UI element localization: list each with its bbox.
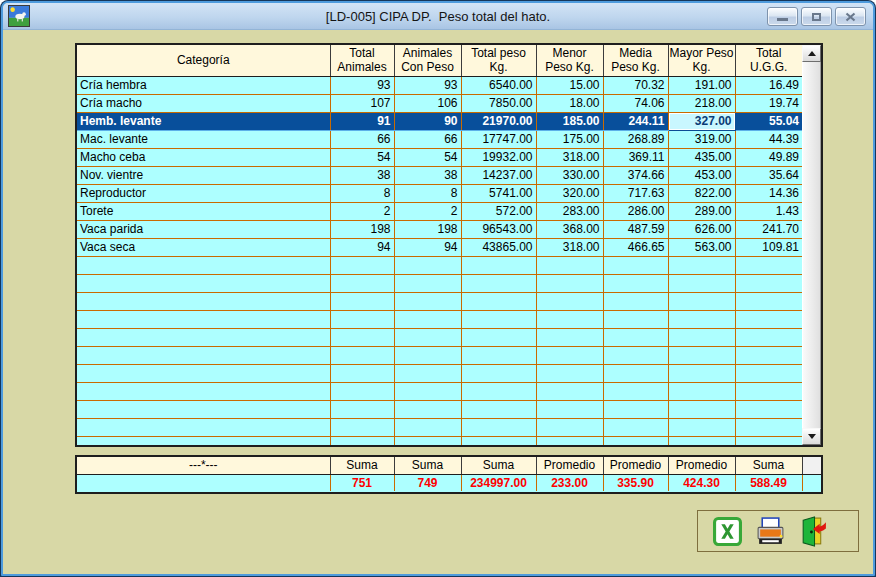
value-cell[interactable]: 320.00 — [536, 184, 603, 202]
value-cell[interactable]: 626.00 — [668, 220, 735, 238]
value-cell[interactable]: 318.00 — [536, 148, 603, 166]
value-cell[interactable]: 453.00 — [668, 166, 735, 184]
value-cell[interactable]: 289.00 — [668, 202, 735, 220]
category-cell[interactable]: Vaca parida — [77, 220, 330, 238]
category-cell[interactable]: Mac. levante — [77, 130, 330, 148]
table-row[interactable]: Macho ceba545419932.00318.00369.11435.00… — [77, 148, 802, 166]
table-row[interactable]: Cría macho1071067850.0018.0074.06218.001… — [77, 94, 802, 112]
value-cell[interactable]: 15.00 — [536, 76, 603, 94]
value-cell[interactable]: 185.00 — [536, 112, 603, 130]
value-cell[interactable]: 198 — [330, 220, 394, 238]
scrollbar-track[interactable] — [802, 62, 821, 428]
value-cell[interactable]: 90 — [394, 112, 461, 130]
value-cell[interactable]: 330.00 — [536, 166, 603, 184]
value-cell[interactable]: 74.06 — [603, 94, 668, 112]
value-cell[interactable]: 55.04 — [735, 112, 802, 130]
table-row[interactable]: Mac. levante666617747.00175.00268.89319.… — [77, 130, 802, 148]
titlebar[interactable]: [LD-005] CIPA DP. Peso total del hato. — [3, 3, 873, 30]
scroll-up-button[interactable] — [802, 45, 821, 62]
value-cell[interactable]: 91 — [330, 112, 394, 130]
category-cell[interactable]: Cría macho — [77, 94, 330, 112]
value-cell[interactable]: 8 — [394, 184, 461, 202]
value-cell[interactable]: 6540.00 — [461, 76, 536, 94]
value-cell[interactable]: 109.81 — [735, 238, 802, 256]
value-cell[interactable]: 43865.00 — [461, 238, 536, 256]
value-cell[interactable]: 107 — [330, 94, 394, 112]
vertical-scrollbar[interactable] — [802, 45, 821, 445]
value-cell[interactable]: 96543.00 — [461, 220, 536, 238]
value-cell[interactable]: 241.70 — [735, 220, 802, 238]
value-cell[interactable]: 2 — [394, 202, 461, 220]
category-cell[interactable]: Nov. vientre — [77, 166, 330, 184]
value-cell[interactable]: 19.74 — [735, 94, 802, 112]
value-cell[interactable]: 38 — [330, 166, 394, 184]
scroll-down-button[interactable] — [802, 428, 821, 445]
value-cell[interactable]: 19932.00 — [461, 148, 536, 166]
value-cell[interactable]: 1.43 — [735, 202, 802, 220]
minimize-button[interactable] — [767, 7, 798, 26]
table-row[interactable]: Reproductor885741.00320.00717.63822.0014… — [77, 184, 802, 202]
table-row[interactable]: Torete22572.00283.00286.00289.001.43 — [77, 202, 802, 220]
value-cell[interactable]: 38 — [394, 166, 461, 184]
category-cell[interactable]: Reproductor — [77, 184, 330, 202]
value-cell[interactable]: 14.36 — [735, 184, 802, 202]
value-cell[interactable]: 93 — [394, 76, 461, 94]
value-cell[interactable]: 14237.00 — [461, 166, 536, 184]
category-cell[interactable]: Macho ceba — [77, 148, 330, 166]
category-cell[interactable]: Hemb. levante — [77, 112, 330, 130]
value-cell[interactable]: 369.11 — [603, 148, 668, 166]
excel-export-button[interactable] — [711, 515, 743, 547]
value-cell[interactable]: 374.66 — [603, 166, 668, 184]
value-cell[interactable]: 487.59 — [603, 220, 668, 238]
value-cell[interactable]: 18.00 — [536, 94, 603, 112]
table-row[interactable]: Vaca seca949443865.00318.00466.65563.001… — [77, 238, 802, 256]
value-cell[interactable]: 717.63 — [603, 184, 668, 202]
value-cell[interactable]: 466.65 — [603, 238, 668, 256]
value-cell[interactable]: 244.11 — [603, 112, 668, 130]
value-cell[interactable]: 93 — [330, 76, 394, 94]
app-icon[interactable] — [8, 5, 30, 27]
value-cell[interactable]: 66 — [330, 130, 394, 148]
value-cell[interactable]: 35.64 — [735, 166, 802, 184]
value-cell[interactable]: 318.00 — [536, 238, 603, 256]
table-row[interactable]: Vaca parida19819896543.00368.00487.59626… — [77, 220, 802, 238]
maximize-button[interactable] — [801, 7, 832, 26]
value-cell[interactable]: 8 — [330, 184, 394, 202]
value-cell[interactable]: 2 — [330, 202, 394, 220]
value-cell[interactable]: 218.00 — [668, 94, 735, 112]
value-cell[interactable]: 66 — [394, 130, 461, 148]
value-cell[interactable]: 175.00 — [536, 130, 603, 148]
category-cell[interactable]: Cría hembra — [77, 76, 330, 94]
value-cell[interactable]: 435.00 — [668, 148, 735, 166]
value-cell[interactable]: 327.00 — [668, 112, 735, 130]
table-row[interactable]: Hemb. levante919021970.00185.00244.11327… — [77, 112, 802, 130]
value-cell[interactable]: 94 — [330, 238, 394, 256]
value-cell[interactable]: 94 — [394, 238, 461, 256]
value-cell[interactable]: 7850.00 — [461, 94, 536, 112]
value-cell[interactable]: 572.00 — [461, 202, 536, 220]
table-row[interactable]: Nov. vientre383814237.00330.00374.66453.… — [77, 166, 802, 184]
category-cell[interactable]: Vaca seca — [77, 238, 330, 256]
value-cell[interactable]: 191.00 — [668, 76, 735, 94]
category-cell[interactable]: Torete — [77, 202, 330, 220]
value-cell[interactable]: 319.00 — [668, 130, 735, 148]
value-cell[interactable]: 49.89 — [735, 148, 802, 166]
table-row[interactable]: Cría hembra93936540.0015.0070.32191.0016… — [77, 76, 802, 94]
value-cell[interactable]: 5741.00 — [461, 184, 536, 202]
value-cell[interactable]: 16.49 — [735, 76, 802, 94]
value-cell[interactable]: 21970.00 — [461, 112, 536, 130]
value-cell[interactable]: 17747.00 — [461, 130, 536, 148]
print-button[interactable] — [754, 515, 786, 547]
value-cell[interactable]: 822.00 — [668, 184, 735, 202]
value-cell[interactable]: 368.00 — [536, 220, 603, 238]
value-cell[interactable]: 54 — [394, 148, 461, 166]
value-cell[interactable]: 563.00 — [668, 238, 735, 256]
value-cell[interactable]: 44.39 — [735, 130, 802, 148]
value-cell[interactable]: 283.00 — [536, 202, 603, 220]
value-cell[interactable]: 286.00 — [603, 202, 668, 220]
value-cell[interactable]: 106 — [394, 94, 461, 112]
value-cell[interactable]: 70.32 — [603, 76, 668, 94]
close-button[interactable] — [835, 7, 866, 26]
value-cell[interactable]: 268.89 — [603, 130, 668, 148]
value-cell[interactable]: 54 — [330, 148, 394, 166]
